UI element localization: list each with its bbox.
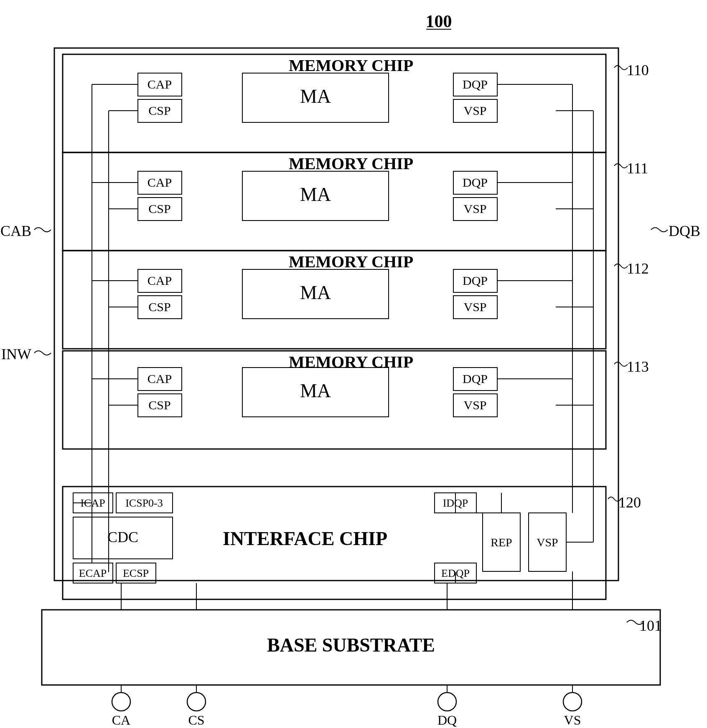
interface-vsp-label: VSP (537, 536, 558, 549)
cap-112-label: CAP (148, 274, 172, 287)
base-substrate-label: BASE SUBSTRATE (267, 634, 435, 656)
pin-cs-label: CS (188, 713, 204, 728)
cab-label: CAB (0, 223, 31, 239)
inw-label: INW (1, 346, 31, 363)
memory-chip-113-ref: 113 (627, 358, 649, 375)
csp-113-label: CSP (148, 398, 170, 412)
cap-111-label: CAP (148, 175, 172, 189)
icsp-label: ICSP0-3 (125, 497, 163, 509)
pin-ca-label: CA (112, 713, 130, 728)
memory-chip-112-title: MEMORY CHIP (289, 252, 413, 271)
ma-111-label: MA (300, 184, 331, 205)
memory-chip-113-title: MEMORY CHIP (289, 353, 413, 371)
dqp-113-label: DQP (463, 372, 488, 386)
ecsp-label: ECSP (123, 567, 149, 579)
ma-110-label: MA (300, 86, 331, 107)
diagram-title: 100 (426, 12, 452, 31)
ecap-label: ECAP (79, 567, 107, 579)
interface-chip-ref: 120 (618, 494, 641, 511)
memory-chip-112-ref: 112 (627, 260, 649, 277)
interface-chip-label: INTERFACE CHIP (223, 528, 387, 549)
ma-112-label: MA (300, 282, 331, 303)
pin-vs-label: VS (564, 713, 581, 728)
ma-113-label: MA (300, 380, 331, 401)
cap-110-label: CAP (148, 77, 172, 91)
memory-chip-110-ref: 110 (627, 62, 649, 79)
vsp-113-label: VSP (463, 398, 486, 412)
cap-113-label: CAP (148, 372, 172, 386)
memory-chip-110-title: MEMORY CHIP (289, 56, 413, 75)
dqb-label: DQB (669, 223, 700, 239)
rep-label: REP (491, 536, 512, 549)
memory-chip-111-ref: 111 (627, 160, 648, 177)
csp-111-label: CSP (148, 202, 170, 216)
memory-chip-111-title: MEMORY CHIP (289, 154, 413, 173)
diagram-container: 100 BASE SUBSTRATE 101 CA CS DQ VS 120 I… (0, 0, 707, 728)
dqp-110-label: DQP (463, 77, 488, 91)
cdc-label: CDC (107, 529, 138, 545)
csp-110-label: CSP (148, 104, 170, 117)
vsp-111-label: VSP (463, 202, 486, 216)
dqp-112-label: DQP (463, 274, 488, 287)
base-substrate-ref: 101 (639, 617, 662, 634)
dqp-111-label: DQP (463, 175, 488, 189)
pin-dq-label: DQ (437, 713, 457, 728)
csp-112-label: CSP (148, 300, 170, 314)
vsp-110-label: VSP (463, 104, 486, 117)
vsp-112-label: VSP (463, 300, 486, 314)
